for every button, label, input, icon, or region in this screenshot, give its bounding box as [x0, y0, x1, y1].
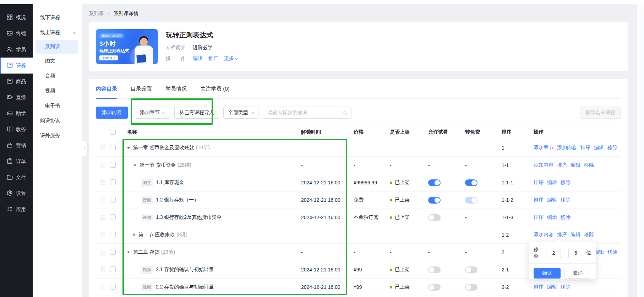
expand-caret-icon[interactable] — [133, 164, 136, 166]
row-action-link[interactable]: 编辑 — [571, 162, 580, 168]
more-actions-link[interactable]: 更多 — [224, 55, 238, 62]
drag-handle-icon[interactable] — [101, 162, 105, 168]
add-chapter-button[interactable]: 添加章节 — [135, 107, 170, 119]
row-action-link[interactable]: 编辑 — [547, 284, 557, 290]
row-action-link[interactable]: 编辑 — [547, 214, 557, 221]
allow-trial-toggle[interactable] — [428, 197, 441, 204]
drag-handle-icon[interactable] — [101, 249, 105, 255]
row-checkbox[interactable] — [110, 284, 116, 290]
sidebar-item-goods[interactable]: 商品 — [0, 74, 33, 90]
sort-from-input[interactable] — [546, 248, 561, 258]
row-action-link[interactable]: 排序 — [557, 162, 567, 168]
tab-following-students[interactable]: 关注学员 (0) — [200, 79, 230, 99]
row-action-link[interactable]: 编辑 — [571, 232, 580, 238]
nav-item-video[interactable]: 视频 — [33, 83, 82, 98]
promote-course-link[interactable]: 推广 — [208, 55, 218, 62]
sidebar-item-courses[interactable]: 课程 — [0, 58, 33, 74]
type-filter-select[interactable]: 全部类型 — [223, 107, 258, 119]
sidebar-item-settings[interactable]: 设置 — [0, 185, 33, 201]
confirm-button[interactable]: 确认 — [534, 268, 561, 279]
row-checkbox[interactable] — [110, 145, 116, 150]
drag-handle-icon[interactable] — [101, 197, 105, 203]
expand-caret-icon[interactable] — [127, 252, 130, 253]
row-action-link[interactable]: 编辑 — [547, 179, 557, 186]
import-from-course-button[interactable]: 从已有课程导入 — [174, 107, 219, 119]
edit-course-link[interactable]: 编辑 — [193, 55, 203, 62]
nav-item-purchase-agreement[interactable]: 购课协议 — [33, 113, 82, 128]
row-action-link[interactable]: 移除 — [561, 197, 571, 203]
row-action-link[interactable]: 排序 — [580, 145, 590, 151]
row-action-link[interactable]: 排序 — [557, 232, 567, 238]
nav-item-series-course[interactable]: 系列课 — [36, 40, 78, 54]
drag-handle-icon[interactable] — [101, 232, 105, 238]
sidebar-collapse-handle[interactable] — [82, 141, 87, 156]
row-checkbox[interactable] — [110, 266, 116, 272]
row-checkbox[interactable] — [110, 179, 116, 185]
allow-trial-toggle[interactable] — [428, 179, 441, 186]
drag-handle-icon[interactable] — [101, 266, 105, 273]
tab-content-catalog[interactable]: 内容目录 — [96, 79, 117, 99]
tab-student-status[interactable]: 学员情况 — [165, 79, 187, 99]
allow-trial-toggle[interactable] — [428, 214, 441, 221]
breadcrumb-parent[interactable]: 系列课 — [89, 11, 104, 16]
sidebar-item-files[interactable]: 文件 — [0, 169, 33, 185]
row-action-link[interactable]: 添加章节 — [534, 145, 553, 151]
row-action-link[interactable]: 编辑 — [547, 197, 557, 203]
sidebar-item-overview[interactable]: 概况 — [0, 10, 33, 26]
row-checkbox[interactable] — [110, 214, 116, 220]
nav-item-offline-courses[interactable]: 线下课程 — [33, 10, 82, 25]
row-action-link[interactable]: 移除 — [607, 249, 617, 255]
add-content-button[interactable]: 添加内容 — [96, 107, 128, 119]
nav-item-extracurricular[interactable]: 课外服务 — [33, 128, 82, 143]
drag-handle-icon[interactable] — [101, 284, 105, 290]
row-action-link[interactable]: 排序 — [534, 179, 544, 186]
row-action-link[interactable]: 编辑 — [594, 145, 604, 151]
allow-trial-toggle[interactable] — [428, 266, 441, 273]
row-action-link[interactable]: 移除 — [584, 162, 594, 168]
to-free-toggle[interactable] — [465, 197, 477, 204]
sidebar-item-assist[interactable]: 助学 — [0, 106, 33, 122]
row-checkbox[interactable] — [110, 162, 116, 168]
sidebar-item-terminal[interactable]: 终端 — [0, 26, 33, 42]
expand-caret-icon[interactable] — [133, 233, 135, 236]
expand-caret-icon[interactable] — [127, 147, 130, 149]
select-all-checkbox[interactable] — [110, 129, 116, 135]
drag-handle-icon[interactable] — [101, 179, 105, 186]
row-action-link[interactable]: 添加内容 — [534, 232, 553, 238]
row-checkbox[interactable] — [110, 249, 116, 255]
row-action-link[interactable]: 移除 — [561, 284, 571, 290]
search-icon[interactable] — [342, 110, 348, 115]
drag-handle-icon[interactable] — [101, 145, 105, 151]
tab-catalog-settings[interactable]: 目录设置 — [131, 79, 152, 99]
nav-item-online-courses[interactable]: 线上课程 — [33, 25, 82, 40]
sidebar-item-orders[interactable]: 订单 — [0, 153, 33, 169]
scrollbar-track[interactable] — [637, 4, 644, 297]
nav-item-audio[interactable]: 音频 — [33, 69, 82, 83]
row-action-link[interactable]: 添加内容 — [534, 162, 553, 168]
sidebar-item-live[interactable]: 直播 — [0, 90, 33, 106]
to-free-toggle[interactable] — [465, 179, 477, 186]
remove-selected-button[interactable]: 移除选中课程 — [580, 107, 621, 119]
row-action-link[interactable]: 添加内容 — [557, 145, 577, 151]
sidebar-item-marketing[interactable]: 营销 — [0, 137, 33, 153]
search-input[interactable] — [267, 109, 342, 116]
to-free-toggle[interactable] — [465, 266, 477, 273]
sidebar-item-apps[interactable]: 应用 — [0, 201, 33, 217]
row-action-link[interactable]: 移除 — [607, 145, 617, 151]
row-action-link[interactable]: 排序 — [534, 284, 544, 290]
row-checkbox[interactable] — [110, 232, 116, 237]
row-checkbox[interactable] — [110, 197, 116, 202]
nav-item-image-text[interactable]: 图文 — [33, 54, 82, 69]
sidebar-item-students[interactable]: 学员 — [0, 42, 33, 58]
sort-to-input[interactable] — [568, 248, 583, 258]
row-action-link[interactable]: 排序 — [534, 197, 544, 203]
cancel-button[interactable]: 取消 — [564, 268, 591, 279]
sidebar-item-academic[interactable]: 教务 — [0, 122, 33, 137]
drag-handle-icon[interactable] — [101, 214, 105, 221]
row-action-link[interactable]: 移除 — [584, 232, 594, 238]
row-action-link[interactable]: 移除 — [561, 179, 571, 186]
nav-item-ebook[interactable]: 电子书 — [33, 98, 82, 113]
to-free-toggle[interactable] — [465, 284, 477, 291]
row-action-link[interactable]: 排序 — [534, 214, 544, 221]
allow-trial-toggle[interactable] — [428, 284, 441, 291]
